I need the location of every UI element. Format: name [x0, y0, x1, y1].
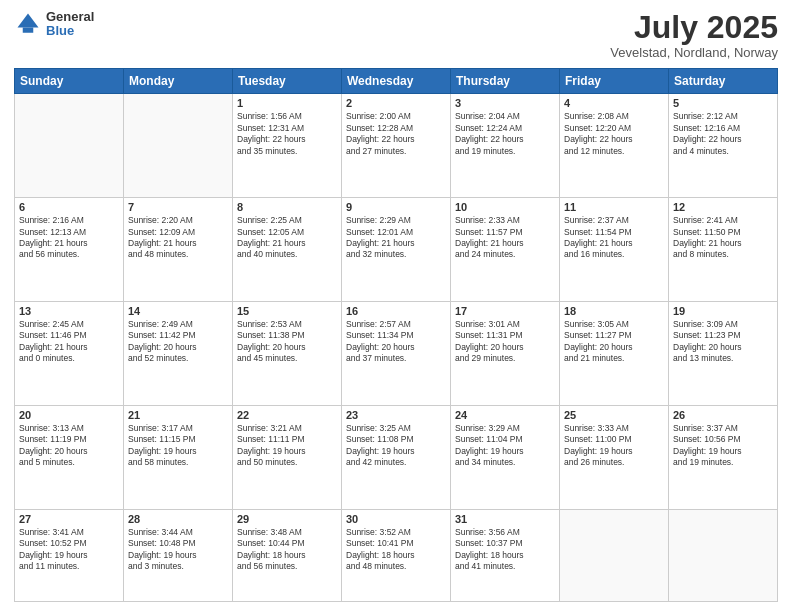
day-info: Sunrise: 3:52 AM Sunset: 10:41 PM Daylig…	[346, 527, 446, 573]
logo-text: General Blue	[46, 10, 94, 39]
calendar-week-4: 20Sunrise: 3:13 AM Sunset: 11:19 PM Dayl…	[15, 405, 778, 509]
day-number: 27	[19, 513, 119, 525]
table-row: 22Sunrise: 3:21 AM Sunset: 11:11 PM Dayl…	[233, 405, 342, 509]
day-info: Sunrise: 2:33 AM Sunset: 11:57 PM Daylig…	[455, 215, 555, 261]
calendar-week-1: 1Sunrise: 1:56 AM Sunset: 12:31 AM Dayli…	[15, 94, 778, 198]
day-info: Sunrise: 3:09 AM Sunset: 11:23 PM Daylig…	[673, 319, 773, 365]
day-info: Sunrise: 3:17 AM Sunset: 11:15 PM Daylig…	[128, 423, 228, 469]
table-row: 28Sunrise: 3:44 AM Sunset: 10:48 PM Dayl…	[124, 509, 233, 601]
day-number: 23	[346, 409, 446, 421]
day-info: Sunrise: 3:25 AM Sunset: 11:08 PM Daylig…	[346, 423, 446, 469]
table-row: 7Sunrise: 2:20 AM Sunset: 12:09 AM Dayli…	[124, 198, 233, 302]
day-number: 22	[237, 409, 337, 421]
table-row: 27Sunrise: 3:41 AM Sunset: 10:52 PM Dayl…	[15, 509, 124, 601]
day-info: Sunrise: 3:44 AM Sunset: 10:48 PM Daylig…	[128, 527, 228, 573]
day-number: 21	[128, 409, 228, 421]
day-info: Sunrise: 3:33 AM Sunset: 11:00 PM Daylig…	[564, 423, 664, 469]
day-number: 19	[673, 305, 773, 317]
day-info: Sunrise: 2:25 AM Sunset: 12:05 AM Daylig…	[237, 215, 337, 261]
col-monday: Monday	[124, 69, 233, 94]
day-number: 9	[346, 201, 446, 213]
table-row: 11Sunrise: 2:37 AM Sunset: 11:54 PM Dayl…	[560, 198, 669, 302]
day-info: Sunrise: 3:41 AM Sunset: 10:52 PM Daylig…	[19, 527, 119, 573]
day-info: Sunrise: 2:04 AM Sunset: 12:24 AM Daylig…	[455, 111, 555, 157]
svg-marker-0	[18, 14, 39, 28]
day-number: 29	[237, 513, 337, 525]
day-info: Sunrise: 2:00 AM Sunset: 12:28 AM Daylig…	[346, 111, 446, 157]
title-block: July 2025 Vevelstad, Nordland, Norway	[610, 10, 778, 60]
calendar-header-row: Sunday Monday Tuesday Wednesday Thursday…	[15, 69, 778, 94]
day-number: 13	[19, 305, 119, 317]
table-row: 17Sunrise: 3:01 AM Sunset: 11:31 PM Dayl…	[451, 301, 560, 405]
day-number: 5	[673, 97, 773, 109]
table-row: 8Sunrise: 2:25 AM Sunset: 12:05 AM Dayli…	[233, 198, 342, 302]
day-number: 30	[346, 513, 446, 525]
table-row: 3Sunrise: 2:04 AM Sunset: 12:24 AM Dayli…	[451, 94, 560, 198]
day-info: Sunrise: 2:49 AM Sunset: 11:42 PM Daylig…	[128, 319, 228, 365]
table-row	[669, 509, 778, 601]
logo-blue-text: Blue	[46, 24, 94, 38]
table-row: 9Sunrise: 2:29 AM Sunset: 12:01 AM Dayli…	[342, 198, 451, 302]
table-row: 2Sunrise: 2:00 AM Sunset: 12:28 AM Dayli…	[342, 94, 451, 198]
logo: General Blue	[14, 10, 94, 39]
table-row: 21Sunrise: 3:17 AM Sunset: 11:15 PM Dayl…	[124, 405, 233, 509]
calendar-week-2: 6Sunrise: 2:16 AM Sunset: 12:13 AM Dayli…	[15, 198, 778, 302]
table-row: 26Sunrise: 3:37 AM Sunset: 10:56 PM Dayl…	[669, 405, 778, 509]
table-row: 31Sunrise: 3:56 AM Sunset: 10:37 PM Dayl…	[451, 509, 560, 601]
table-row: 1Sunrise: 1:56 AM Sunset: 12:31 AM Dayli…	[233, 94, 342, 198]
day-info: Sunrise: 2:20 AM Sunset: 12:09 AM Daylig…	[128, 215, 228, 261]
table-row	[15, 94, 124, 198]
day-number: 26	[673, 409, 773, 421]
day-number: 28	[128, 513, 228, 525]
col-thursday: Thursday	[451, 69, 560, 94]
table-row: 14Sunrise: 2:49 AM Sunset: 11:42 PM Dayl…	[124, 301, 233, 405]
day-number: 8	[237, 201, 337, 213]
day-info: Sunrise: 3:56 AM Sunset: 10:37 PM Daylig…	[455, 527, 555, 573]
page: General Blue July 2025 Vevelstad, Nordla…	[0, 0, 792, 612]
table-row: 5Sunrise: 2:12 AM Sunset: 12:16 AM Dayli…	[669, 94, 778, 198]
day-number: 16	[346, 305, 446, 317]
day-number: 15	[237, 305, 337, 317]
day-info: Sunrise: 2:37 AM Sunset: 11:54 PM Daylig…	[564, 215, 664, 261]
day-info: Sunrise: 3:48 AM Sunset: 10:44 PM Daylig…	[237, 527, 337, 573]
day-info: Sunrise: 3:13 AM Sunset: 11:19 PM Daylig…	[19, 423, 119, 469]
day-info: Sunrise: 3:05 AM Sunset: 11:27 PM Daylig…	[564, 319, 664, 365]
header: General Blue July 2025 Vevelstad, Nordla…	[14, 10, 778, 60]
day-info: Sunrise: 3:29 AM Sunset: 11:04 PM Daylig…	[455, 423, 555, 469]
day-number: 24	[455, 409, 555, 421]
day-info: Sunrise: 2:08 AM Sunset: 12:20 AM Daylig…	[564, 111, 664, 157]
calendar-week-5: 27Sunrise: 3:41 AM Sunset: 10:52 PM Dayl…	[15, 509, 778, 601]
table-row: 25Sunrise: 3:33 AM Sunset: 11:00 PM Dayl…	[560, 405, 669, 509]
table-row: 19Sunrise: 3:09 AM Sunset: 11:23 PM Dayl…	[669, 301, 778, 405]
svg-rect-1	[23, 28, 34, 33]
day-info: Sunrise: 2:53 AM Sunset: 11:38 PM Daylig…	[237, 319, 337, 365]
day-info: Sunrise: 2:29 AM Sunset: 12:01 AM Daylig…	[346, 215, 446, 261]
day-number: 31	[455, 513, 555, 525]
day-number: 6	[19, 201, 119, 213]
logo-general-text: General	[46, 10, 94, 24]
day-number: 18	[564, 305, 664, 317]
table-row: 16Sunrise: 2:57 AM Sunset: 11:34 PM Dayl…	[342, 301, 451, 405]
day-info: Sunrise: 2:16 AM Sunset: 12:13 AM Daylig…	[19, 215, 119, 261]
day-info: Sunrise: 3:01 AM Sunset: 11:31 PM Daylig…	[455, 319, 555, 365]
day-number: 17	[455, 305, 555, 317]
col-sunday: Sunday	[15, 69, 124, 94]
table-row: 24Sunrise: 3:29 AM Sunset: 11:04 PM Dayl…	[451, 405, 560, 509]
day-info: Sunrise: 2:41 AM Sunset: 11:50 PM Daylig…	[673, 215, 773, 261]
col-tuesday: Tuesday	[233, 69, 342, 94]
calendar-table: Sunday Monday Tuesday Wednesday Thursday…	[14, 68, 778, 602]
day-number: 10	[455, 201, 555, 213]
table-row: 29Sunrise: 3:48 AM Sunset: 10:44 PM Dayl…	[233, 509, 342, 601]
day-number: 25	[564, 409, 664, 421]
day-info: Sunrise: 3:37 AM Sunset: 10:56 PM Daylig…	[673, 423, 773, 469]
table-row: 6Sunrise: 2:16 AM Sunset: 12:13 AM Dayli…	[15, 198, 124, 302]
day-number: 20	[19, 409, 119, 421]
day-number: 2	[346, 97, 446, 109]
day-number: 12	[673, 201, 773, 213]
calendar-week-3: 13Sunrise: 2:45 AM Sunset: 11:46 PM Dayl…	[15, 301, 778, 405]
logo-icon	[14, 10, 42, 38]
col-friday: Friday	[560, 69, 669, 94]
table-row: 10Sunrise: 2:33 AM Sunset: 11:57 PM Dayl…	[451, 198, 560, 302]
location: Vevelstad, Nordland, Norway	[610, 45, 778, 60]
day-number: 4	[564, 97, 664, 109]
